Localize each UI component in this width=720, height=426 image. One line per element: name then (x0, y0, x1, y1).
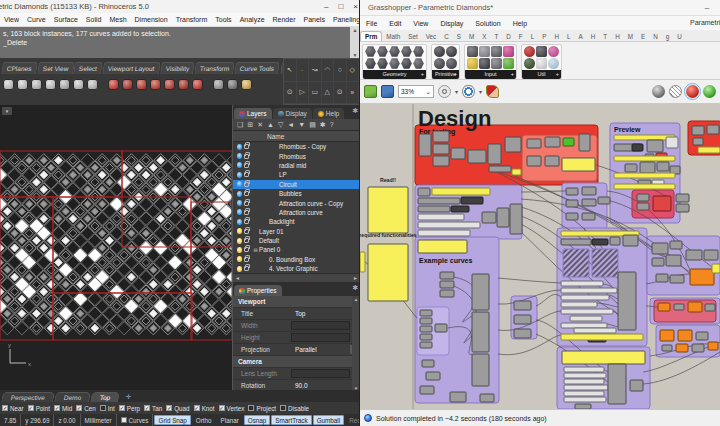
gh-component[interactable] (505, 137, 521, 152)
gh-component[interactable] (561, 281, 603, 286)
component-icon[interactable] (365, 46, 376, 57)
palette-tool-icon[interactable]: » (347, 82, 360, 105)
gh-component[interactable] (592, 239, 608, 245)
gh-component[interactable] (566, 200, 578, 207)
layer-visibility-bulb-icon[interactable] (237, 247, 242, 253)
menu-item-paneling-tools[interactable]: Paneling Tools (329, 16, 360, 23)
checkbox[interactable] (248, 405, 254, 411)
property-input[interactable] (291, 321, 350, 330)
layer-visibility-bulb-icon[interactable] (237, 191, 242, 197)
gh-component[interactable] (420, 386, 434, 394)
gh-component[interactable] (451, 148, 465, 159)
gh-component[interactable] (693, 138, 703, 145)
panel-tab-help[interactable]: Help (313, 108, 344, 119)
gh-component[interactable] (440, 281, 454, 288)
gh-component[interactable] (676, 344, 688, 352)
palette-tool-icon[interactable]: ○ (334, 59, 347, 82)
document-selector[interactable]: Parametric Diamonds (690, 16, 720, 30)
gh-component[interactable] (686, 250, 702, 260)
gh-component[interactable] (527, 139, 541, 148)
panel-tab-display[interactable]: Display (273, 108, 312, 119)
menu-item-edit[interactable]: Edit (383, 20, 407, 27)
layer-lock-icon[interactable] (244, 210, 249, 215)
layer-visibility-bulb-icon[interactable] (237, 228, 242, 234)
component-icon[interactable] (467, 58, 478, 69)
osnap-int[interactable]: Int (100, 405, 115, 412)
component-icon[interactable] (434, 58, 445, 69)
chevron-down-icon[interactable]: ▾ (455, 88, 458, 95)
layers-tool-icon[interactable]: ▲ (267, 121, 274, 128)
gh-component[interactable] (433, 144, 449, 154)
checkbox[interactable] (100, 405, 106, 411)
gh-component[interactable] (368, 244, 408, 301)
gh-component[interactable] (489, 166, 511, 172)
gh-component[interactable] (653, 196, 671, 211)
component-icon[interactable] (446, 58, 457, 69)
gh-component[interactable] (666, 137, 678, 148)
gh-component[interactable] (562, 351, 645, 364)
gh-component[interactable] (637, 203, 649, 210)
osnap-quad[interactable]: ✓Quad (166, 405, 189, 412)
gh-component[interactable] (420, 342, 432, 348)
gh-component[interactable] (608, 364, 626, 404)
component-tab-x[interactable]: X (478, 32, 490, 41)
gh-component[interactable] (652, 243, 668, 254)
gh-component[interactable] (561, 309, 613, 314)
gh-component[interactable] (418, 198, 460, 204)
component-tab-set[interactable]: Set (404, 32, 421, 41)
component-tab-n[interactable]: N (649, 32, 662, 41)
component-tab-a[interactable]: A (575, 32, 587, 41)
panel-tab-layers[interactable]: Layers (234, 108, 272, 119)
layer-visibility-bulb-icon[interactable] (237, 219, 242, 225)
component-tab-l[interactable]: L (563, 32, 575, 41)
toolbar-icon[interactable] (150, 79, 161, 90)
layer-visibility-bulb-icon[interactable] (237, 209, 242, 215)
viewport-tab-perspective[interactable]: Perspective (1, 392, 55, 402)
component-icon[interactable] (365, 58, 376, 69)
checkbox[interactable]: ✓ (2, 405, 8, 411)
gh-component[interactable] (657, 162, 669, 171)
gh-component[interactable] (658, 303, 670, 311)
gh-component[interactable] (637, 194, 649, 201)
gh-component[interactable] (488, 144, 501, 164)
gh-component[interactable] (435, 324, 447, 332)
toolbar-tab-transform[interactable]: Transform (194, 62, 235, 74)
component-tab-f[interactable]: F (515, 32, 527, 41)
status-toggle-gumball[interactable]: Gumball (313, 415, 344, 425)
layers-tool-icon[interactable]: ▽ (278, 121, 283, 129)
gh-component[interactable] (670, 275, 684, 283)
component-group-label[interactable]: Util+ (522, 70, 561, 79)
gh-component[interactable] (561, 288, 617, 293)
layer-row[interactable]: Bubbles (233, 189, 360, 198)
layer-row[interactable]: Default (233, 236, 360, 245)
component-group-label[interactable]: Geometry+ (363, 70, 426, 79)
viewport-menu-icon[interactable]: ▾ (2, 107, 12, 115)
layer-lock-icon[interactable] (244, 266, 249, 271)
component-icon[interactable] (413, 58, 424, 69)
gh-component[interactable] (512, 169, 521, 175)
layer-row[interactable]: 4. Vector Graphic (233, 264, 360, 273)
viewport-tab-demo[interactable]: Demo (54, 392, 91, 402)
component-tab-h[interactable]: H (611, 32, 624, 41)
close-icon[interactable]: × (353, 0, 358, 13)
layer-visibility-bulb-icon[interactable] (237, 172, 242, 178)
save-file-icon[interactable] (381, 85, 394, 98)
layers-tool-icon[interactable]: ◄ (287, 121, 294, 128)
gh-component[interactable] (614, 156, 675, 161)
gh-component[interactable] (582, 213, 595, 220)
properties-scrollbar[interactable]: ▲▼ (352, 296, 360, 392)
component-icon[interactable] (548, 46, 559, 57)
gh-component[interactable] (426, 372, 440, 380)
component-tab-vec[interactable]: Vec (422, 32, 441, 41)
layer-lock-icon[interactable] (244, 154, 249, 159)
gh-component[interactable] (696, 332, 708, 340)
component-tab-t[interactable]: T (490, 32, 502, 41)
layer-row[interactable]: Backlight (233, 217, 360, 226)
group-expand-icon[interactable]: + (556, 70, 559, 79)
viewport-canvas[interactable]: y x (0, 105, 232, 390)
layer-row[interactable]: LP (233, 170, 360, 179)
gh-component[interactable] (472, 354, 489, 386)
layers-tool-icon[interactable]: ▤ (309, 121, 316, 129)
menu-item-help[interactable]: Help (507, 20, 533, 27)
checkbox[interactable]: ✓ (194, 405, 200, 411)
